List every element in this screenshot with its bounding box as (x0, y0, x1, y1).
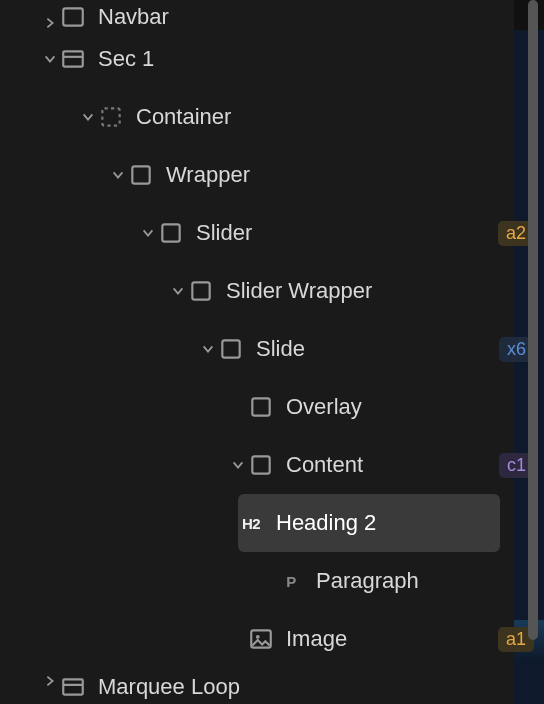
svg-rect-4 (132, 166, 149, 183)
chevron-down-icon (78, 110, 98, 124)
tree-item-label: Navbar (98, 4, 544, 30)
svg-rect-6 (192, 282, 209, 299)
box-icon (60, 4, 86, 30)
container-icon (98, 104, 124, 130)
chevron-down-icon (198, 342, 218, 356)
tree-item-label: Container (136, 104, 544, 130)
svg-rect-1 (63, 51, 83, 66)
tree-item-sec1[interactable]: Sec 1 (0, 30, 544, 88)
navigator-tree[interactable]: Navbar Sec 1 Container Wrapper (0, 0, 544, 704)
section-icon (60, 674, 86, 700)
tree-item-label: Overlay (286, 394, 544, 420)
tree-item-label: Heading 2 (276, 510, 500, 536)
section-icon (60, 46, 86, 72)
tree-item-label: Content (286, 452, 499, 478)
chevron-right-icon (40, 16, 60, 30)
box-icon (248, 394, 274, 420)
scrollbar-thumb[interactable] (528, 0, 538, 640)
box-icon (158, 220, 184, 246)
svg-rect-8 (252, 398, 269, 415)
heading-icon: H2 (238, 515, 264, 532)
svg-rect-12 (63, 679, 83, 694)
tree-item-label: Slider (196, 220, 498, 246)
chevron-down-icon (138, 226, 158, 240)
tree-item-heading2[interactable]: H2 Heading 2 (238, 494, 500, 552)
svg-rect-7 (222, 340, 239, 357)
tree-item-wrapper[interactable]: Wrapper (0, 146, 544, 204)
svg-rect-9 (252, 456, 269, 473)
image-icon (248, 626, 274, 652)
tree-item-label: Slide (256, 336, 499, 362)
box-icon (218, 336, 244, 362)
box-icon (248, 452, 274, 478)
paragraph-icon: P (278, 573, 304, 590)
tree-item-paragraph[interactable]: P Paragraph (0, 552, 544, 610)
svg-point-11 (256, 635, 260, 639)
chevron-down-icon (228, 458, 248, 472)
chevron-down-icon (108, 168, 128, 182)
tree-item-label: Slider Wrapper (226, 278, 544, 304)
tree-item-slider-wrapper[interactable]: Slider Wrapper (0, 262, 544, 320)
tree-item-label: Image (286, 626, 498, 652)
svg-rect-5 (162, 224, 179, 241)
tree-item-slide[interactable]: Slide x6 (0, 320, 544, 378)
chevron-down-icon (168, 284, 188, 298)
tree-item-slider[interactable]: Slider a2 (0, 204, 544, 262)
tree-item-marquee[interactable]: Marquee Loop (0, 668, 544, 704)
tree-item-content[interactable]: Content c1 (0, 436, 544, 494)
tree-item-label: Wrapper (166, 162, 544, 188)
box-icon (128, 162, 154, 188)
tree-item-navbar[interactable]: Navbar (0, 0, 544, 30)
tree-item-container[interactable]: Container (0, 88, 544, 146)
tree-item-image[interactable]: Image a1 (0, 610, 544, 668)
svg-rect-0 (63, 8, 83, 25)
tree-item-label: Marquee Loop (98, 674, 544, 700)
svg-rect-3 (102, 108, 119, 125)
chevron-right-icon (40, 674, 60, 688)
box-icon (188, 278, 214, 304)
chevron-down-icon (40, 52, 60, 66)
tree-item-label: Paragraph (316, 568, 544, 594)
tree-item-overlay[interactable]: Overlay (0, 378, 544, 436)
tree-item-label: Sec 1 (98, 46, 544, 72)
